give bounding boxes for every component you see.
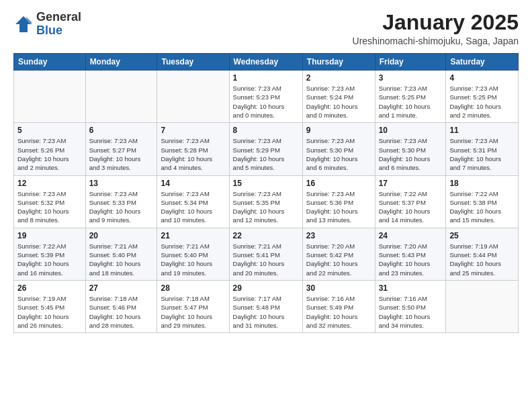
day-info: Sunrise: 7:22 AM Sunset: 5:38 PM Dayligh… (449, 189, 515, 225)
calendar-cell: 20Sunrise: 7:21 AM Sunset: 5:40 PM Dayli… (85, 228, 157, 280)
calendar-cell: 9Sunrise: 7:23 AM Sunset: 5:30 PM Daylig… (302, 123, 375, 175)
calendar-cell: 23Sunrise: 7:20 AM Sunset: 5:42 PM Dayli… (302, 228, 375, 280)
calendar-cell: 7Sunrise: 7:23 AM Sunset: 5:28 PM Daylig… (157, 123, 229, 175)
weekday-header-tuesday: Tuesday (157, 54, 229, 71)
weekday-header-monday: Monday (85, 54, 157, 71)
day-info: Sunrise: 7:23 AM Sunset: 5:23 PM Dayligh… (233, 84, 299, 120)
day-number: 10 (379, 126, 443, 135)
day-info: Sunrise: 7:23 AM Sunset: 5:27 PM Dayligh… (89, 136, 154, 172)
calendar-cell: 12Sunrise: 7:23 AM Sunset: 5:32 PM Dayli… (14, 175, 86, 228)
calendar-cell: 17Sunrise: 7:22 AM Sunset: 5:37 PM Dayli… (375, 175, 446, 228)
day-info: Sunrise: 7:23 AM Sunset: 5:35 PM Dayligh… (233, 189, 299, 225)
logo-icon (13, 14, 34, 34)
calendar-cell: 29Sunrise: 7:17 AM Sunset: 5:48 PM Dayli… (229, 280, 302, 332)
weekday-header-saturday: Saturday (446, 54, 519, 71)
day-number: 19 (17, 231, 82, 240)
calendar-cell: 18Sunrise: 7:22 AM Sunset: 5:38 PM Dayli… (446, 175, 519, 228)
day-info: Sunrise: 7:23 AM Sunset: 5:25 PM Dayligh… (379, 84, 443, 120)
day-number: 20 (89, 231, 154, 240)
calendar-week-row: 12Sunrise: 7:23 AM Sunset: 5:32 PM Dayli… (14, 175, 519, 228)
day-number: 18 (449, 179, 515, 188)
day-info: Sunrise: 7:22 AM Sunset: 5:37 PM Dayligh… (379, 189, 443, 225)
day-info: Sunrise: 7:23 AM Sunset: 5:36 PM Dayligh… (306, 189, 371, 225)
logo-text: GeneralBlue (36, 11, 81, 38)
weekday-header-wednesday: Wednesday (229, 54, 302, 71)
day-info: Sunrise: 7:21 AM Sunset: 5:40 PM Dayligh… (89, 242, 154, 277)
calendar-table: SundayMondayTuesdayWednesdayThursdayFrid… (13, 53, 519, 333)
day-info: Sunrise: 7:23 AM Sunset: 5:32 PM Dayligh… (17, 189, 82, 225)
day-number: 23 (306, 231, 371, 240)
day-number: 29 (233, 283, 299, 293)
day-info: Sunrise: 7:19 AM Sunset: 5:45 PM Dayligh… (17, 294, 82, 330)
day-number: 21 (161, 231, 225, 240)
day-number: 2 (306, 73, 371, 83)
day-info: Sunrise: 7:21 AM Sunset: 5:40 PM Dayligh… (161, 242, 225, 277)
day-number: 14 (161, 179, 225, 188)
month-title: January 2025 (353, 11, 519, 34)
day-info: Sunrise: 7:20 AM Sunset: 5:42 PM Dayligh… (306, 242, 371, 277)
day-number: 11 (449, 126, 515, 135)
calendar-cell (85, 71, 157, 123)
day-number: 31 (379, 283, 443, 293)
day-number: 16 (306, 179, 371, 188)
day-number: 22 (233, 231, 299, 240)
day-info: Sunrise: 7:18 AM Sunset: 5:46 PM Dayligh… (89, 294, 154, 330)
weekday-header-thursday: Thursday (302, 54, 375, 71)
calendar-cell: 8Sunrise: 7:23 AM Sunset: 5:29 PM Daylig… (229, 123, 302, 175)
day-info: Sunrise: 7:23 AM Sunset: 5:31 PM Dayligh… (449, 136, 515, 172)
svg-marker-0 (15, 16, 32, 32)
day-number: 30 (306, 283, 371, 293)
day-info: Sunrise: 7:23 AM Sunset: 5:30 PM Dayligh… (379, 136, 443, 172)
day-info: Sunrise: 7:19 AM Sunset: 5:44 PM Dayligh… (449, 242, 515, 277)
location-title: Ureshinomachi-shimojuku, Saga, Japan (353, 36, 519, 46)
day-info: Sunrise: 7:21 AM Sunset: 5:41 PM Dayligh… (233, 242, 299, 277)
day-info: Sunrise: 7:16 AM Sunset: 5:50 PM Dayligh… (379, 294, 443, 330)
weekday-header-friday: Friday (375, 54, 446, 71)
page: GeneralBlue January 2025 Ureshinomachi-s… (0, 0, 532, 411)
calendar-week-row: 1Sunrise: 7:23 AM Sunset: 5:23 PM Daylig… (14, 71, 519, 123)
day-info: Sunrise: 7:23 AM Sunset: 5:26 PM Dayligh… (17, 136, 82, 172)
calendar-cell: 24Sunrise: 7:20 AM Sunset: 5:43 PM Dayli… (375, 228, 446, 280)
day-number: 7 (161, 126, 225, 135)
title-area: January 2025 Ureshinomachi-shimojuku, Sa… (353, 11, 519, 46)
calendar-cell: 4Sunrise: 7:23 AM Sunset: 5:25 PM Daylig… (446, 71, 519, 123)
calendar-cell: 16Sunrise: 7:23 AM Sunset: 5:36 PM Dayli… (302, 175, 375, 228)
calendar-cell: 30Sunrise: 7:16 AM Sunset: 5:49 PM Dayli… (302, 280, 375, 332)
day-info: Sunrise: 7:16 AM Sunset: 5:49 PM Dayligh… (306, 294, 371, 330)
logo-area: GeneralBlue (13, 11, 81, 38)
calendar-week-row: 26Sunrise: 7:19 AM Sunset: 5:45 PM Dayli… (14, 280, 519, 332)
calendar-cell (446, 280, 519, 332)
day-number: 4 (449, 73, 515, 83)
day-number: 17 (379, 179, 443, 188)
day-number: 15 (233, 179, 299, 188)
day-number: 27 (89, 283, 154, 293)
day-number: 25 (449, 231, 515, 240)
calendar-cell (157, 71, 229, 123)
day-number: 6 (89, 126, 154, 135)
calendar-cell: 26Sunrise: 7:19 AM Sunset: 5:45 PM Dayli… (14, 280, 86, 332)
calendar-cell: 3Sunrise: 7:23 AM Sunset: 5:25 PM Daylig… (375, 71, 446, 123)
calendar-cell: 2Sunrise: 7:23 AM Sunset: 5:24 PM Daylig… (302, 71, 375, 123)
day-info: Sunrise: 7:23 AM Sunset: 5:24 PM Dayligh… (306, 84, 371, 120)
day-number: 9 (306, 126, 371, 135)
day-info: Sunrise: 7:23 AM Sunset: 5:28 PM Dayligh… (161, 136, 225, 172)
day-number: 5 (17, 126, 82, 135)
calendar-week-row: 19Sunrise: 7:22 AM Sunset: 5:39 PM Dayli… (14, 228, 519, 280)
day-number: 3 (379, 73, 443, 83)
day-info: Sunrise: 7:23 AM Sunset: 5:33 PM Dayligh… (89, 189, 154, 225)
calendar-cell: 15Sunrise: 7:23 AM Sunset: 5:35 PM Dayli… (229, 175, 302, 228)
calendar-cell: 14Sunrise: 7:23 AM Sunset: 5:34 PM Dayli… (157, 175, 229, 228)
calendar-cell: 27Sunrise: 7:18 AM Sunset: 5:46 PM Dayli… (85, 280, 157, 332)
calendar-cell: 31Sunrise: 7:16 AM Sunset: 5:50 PM Dayli… (375, 280, 446, 332)
calendar-week-row: 5Sunrise: 7:23 AM Sunset: 5:26 PM Daylig… (14, 123, 519, 175)
day-info: Sunrise: 7:17 AM Sunset: 5:48 PM Dayligh… (233, 294, 299, 330)
day-number: 8 (233, 126, 299, 135)
calendar-cell: 1Sunrise: 7:23 AM Sunset: 5:23 PM Daylig… (229, 71, 302, 123)
calendar-cell (14, 71, 86, 123)
day-number: 28 (161, 283, 225, 293)
day-info: Sunrise: 7:23 AM Sunset: 5:29 PM Dayligh… (233, 136, 299, 172)
calendar-cell: 10Sunrise: 7:23 AM Sunset: 5:30 PM Dayli… (375, 123, 446, 175)
day-info: Sunrise: 7:23 AM Sunset: 5:34 PM Dayligh… (161, 189, 225, 225)
calendar-cell: 28Sunrise: 7:18 AM Sunset: 5:47 PM Dayli… (157, 280, 229, 332)
calendar-cell: 5Sunrise: 7:23 AM Sunset: 5:26 PM Daylig… (14, 123, 86, 175)
